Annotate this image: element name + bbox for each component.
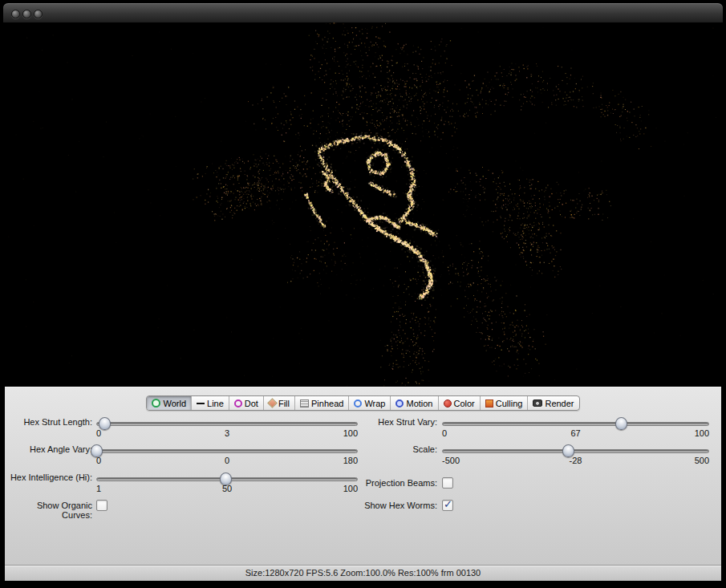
pinhead-icon [300,399,309,408]
slider-max-label: 500 [695,456,709,465]
tab-render[interactable]: Render [527,396,578,410]
tab-label: Culling [496,399,523,408]
application-window: WorldLineDotFillPinheadWrapMotionColorCu… [0,0,726,588]
scale-row: Scale: -500 -28 500 [5,443,721,470]
projection-beams-label: Projection Beams: [337,478,437,488]
minimize-button[interactable] [22,10,31,18]
color-icon [444,399,452,408]
fill-icon [267,398,278,408]
tab-label: Render [545,399,574,408]
tab-wrap[interactable]: Wrap [348,396,390,410]
tab-color[interactable]: Color [438,396,480,410]
hex-strut-vary-slider[interactable]: 0 67 100 [442,416,709,443]
slider-ticks: -500 -28 500 [442,456,709,467]
tab-label: Pinhead [311,399,343,408]
tab-dot[interactable]: Dot [229,396,263,410]
tab-label: Motion [406,399,432,408]
slider-track[interactable] [442,422,709,426]
tab-label: Line [207,399,224,408]
globe-icon [152,399,160,408]
culling-icon [485,399,493,408]
tab-culling[interactable]: Culling [480,396,528,410]
zoom-button[interactable] [34,10,43,18]
control-panel: WorldLineDotFillPinheadWrapMotionColorCu… [5,387,721,565]
dot-icon [234,399,242,408]
tab-label: Color [454,399,475,408]
show-hex-worms-label: Show Hex Worms: [337,501,437,510]
tab-label: Wrap [364,399,385,408]
wrap-icon [354,399,362,408]
scale-slider[interactable]: -500 -28 500 [442,443,709,470]
tab-pinhead[interactable]: Pinhead [294,396,348,410]
tabbar-wrap: WorldLineDotFillPinheadWrapMotionColorCu… [5,395,721,411]
status-text: Size:1280x720 FPS:5.6 Zoom:100.0% Res:10… [245,568,481,578]
show-hex-worms-row: Show Hex Worms: [5,499,721,526]
render-icon [533,399,542,407]
slider-value-label: -28 [442,456,709,465]
status-bar: Size:1280x720 FPS:5.6 Zoom:100.0% Res:10… [5,565,721,581]
slider-track[interactable] [442,449,709,453]
show-hex-worms-checkbox[interactable] [442,500,453,511]
tab-label: Dot [245,399,258,408]
tab-fill[interactable]: Fill [263,396,294,410]
slider-max-label: 100 [695,428,709,438]
tab-label: Fill [278,399,290,408]
tab-label: World [163,399,186,408]
hex-strut-vary-label: Hex Strut Vary: [337,417,437,427]
close-button[interactable] [11,10,20,18]
title-bar[interactable] [3,3,723,22]
projection-beams-checkbox[interactable] [442,477,453,489]
world-visualization-canvas[interactable] [5,22,721,387]
slider-ticks: 0 67 100 [442,428,709,440]
scale-label: Scale: [337,444,437,454]
tab-line[interactable]: Line [191,396,229,410]
tab-world[interactable]: World [147,396,191,410]
tab-motion[interactable]: Motion [390,396,437,410]
slider-value-label: 67 [442,428,709,438]
mode-tabbar: WorldLineDotFillPinheadWrapMotionColorCu… [146,395,579,411]
hex-strut-vary-row: Hex Strut Vary: 0 67 100 [5,416,721,443]
motion-icon [395,399,404,408]
line-icon [197,403,205,404]
